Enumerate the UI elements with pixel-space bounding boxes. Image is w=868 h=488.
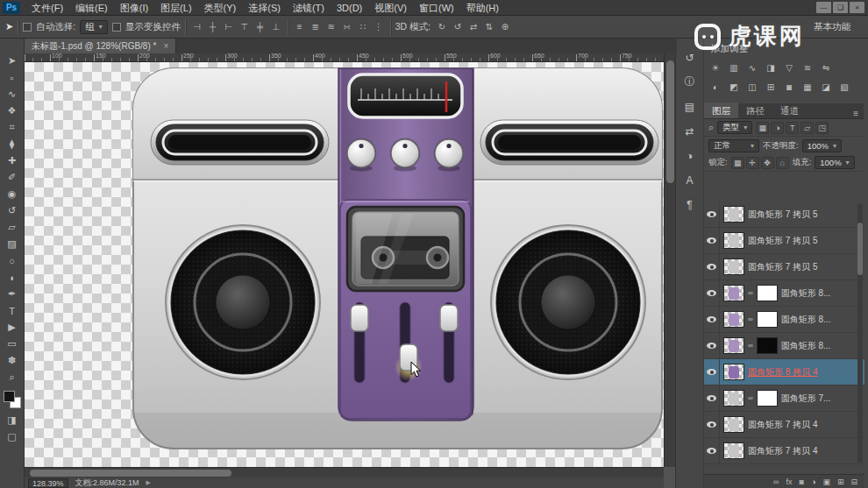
menu-file[interactable]: 文件(F) <box>25 0 69 16</box>
panel-menu-icon[interactable]: ≡ <box>853 109 864 118</box>
adj-color-lookup-icon[interactable]: ⊞ <box>765 81 777 93</box>
adj-invert-icon[interactable]: ◙ <box>783 81 795 93</box>
move-tool[interactable]: ➤ <box>2 53 23 69</box>
blur-tool[interactable]: ○ <box>2 252 23 269</box>
lasso-tool[interactable]: ∿ <box>2 86 23 103</box>
adj-curves-icon[interactable]: ∿ <box>746 61 758 74</box>
dodge-tool[interactable]: ◖ <box>2 269 23 286</box>
layer-row[interactable]: 圆角矩形 7 拷贝 5 <box>704 228 864 254</box>
horizontal-scrollbar[interactable] <box>25 467 664 477</box>
menu-filter[interactable]: 滤镜(T) <box>287 0 331 16</box>
mask-thumbnail[interactable] <box>757 337 778 354</box>
visibility-cell[interactable] <box>704 412 720 437</box>
layer-row[interactable]: ∞圆角矩形 7... <box>704 385 864 412</box>
mask-thumbnail[interactable] <box>757 285 778 301</box>
tab-channels[interactable]: 通道 <box>772 103 807 118</box>
filter-type-icon[interactable]: T <box>786 122 799 134</box>
history-panel-icon[interactable]: ↺ <box>680 49 700 66</box>
vertical-scroll-thumb[interactable] <box>666 60 674 183</box>
menu-image[interactable]: 图像(I) <box>114 0 154 16</box>
menu-layer[interactable]: 图层(L) <box>154 0 197 16</box>
menu-view[interactable]: 视图(V) <box>368 0 413 16</box>
marquee-tool[interactable]: ▫ <box>2 69 23 86</box>
layer-thumbnail[interactable] <box>723 337 744 354</box>
gradient-tool[interactable]: ▨ <box>2 236 23 252</box>
delete-layer-icon[interactable]: ⊟ <box>850 477 857 486</box>
lock-transparency-icon[interactable]: ▦ <box>731 157 744 169</box>
adj-black-white-icon[interactable]: ◐ <box>709 81 722 93</box>
color-swatches[interactable] <box>4 391 21 408</box>
drag-3d-icon[interactable]: ⇄ <box>466 20 480 34</box>
lock-position-icon[interactable]: ✥ <box>761 157 774 169</box>
distribute-left-icon[interactable]: ∺ <box>340 20 354 34</box>
photoshop-logo-icon[interactable]: Ps <box>3 2 20 14</box>
opacity-dropdown[interactable]: 100% ▾ <box>802 139 842 152</box>
visibility-cell[interactable] <box>704 307 720 332</box>
layer-row[interactable]: ∞圆角矩形 8... <box>704 280 864 307</box>
layer-row[interactable]: ∞圆角矩形 8... <box>704 307 864 333</box>
zoom-tool[interactable]: ⌕ <box>2 369 23 385</box>
align-h-centers-icon[interactable]: ┼ <box>206 20 220 34</box>
horizontal-scroll-thumb[interactable] <box>30 470 231 477</box>
align-v-centers-icon[interactable]: ╪ <box>253 20 267 34</box>
distribute-top-icon[interactable]: ≡ <box>293 20 307 34</box>
new-group-icon[interactable]: ▣ <box>822 477 830 486</box>
tab-paths[interactable]: 路径 <box>738 103 772 118</box>
visibility-cell[interactable] <box>704 254 720 279</box>
visibility-cell[interactable] <box>704 385 720 411</box>
link-layers-icon[interactable]: ∞ <box>773 477 779 486</box>
adj-brightness-contrast-icon[interactable]: ☀ <box>709 61 722 74</box>
healing-brush-tool[interactable]: ✚ <box>2 152 23 169</box>
tab-layers[interactable]: 图层 <box>704 103 738 118</box>
visibility-cell[interactable] <box>704 280 720 306</box>
menu-window[interactable]: 窗口(W) <box>413 0 460 16</box>
distribute-h-centers-icon[interactable]: ∷ <box>356 20 370 34</box>
layer-effects-icon[interactable]: fx <box>786 477 793 486</box>
workspace-switcher-button[interactable]: 基本功能 <box>814 21 863 33</box>
screen-mode-icon[interactable]: ▢ <box>2 428 23 445</box>
fill-dropdown[interactable]: 100% ▾ <box>815 156 854 169</box>
quick-selection-tool[interactable]: ❖ <box>2 103 23 119</box>
distribute-v-centers-icon[interactable]: ≣ <box>309 20 323 34</box>
adj-threshold-icon[interactable]: ◪ <box>820 81 832 93</box>
menu-type[interactable]: 类型(Y) <box>198 0 243 16</box>
crop-tool[interactable]: ⌗ <box>2 119 23 136</box>
layer-thumbnail[interactable] <box>723 364 744 380</box>
info-panel-icon[interactable]: ⓘ <box>680 74 700 90</box>
adjustments-panel-icon[interactable]: ◑ <box>680 147 700 164</box>
scale-3d-icon[interactable]: ⊕ <box>498 20 512 34</box>
filter-adjustment-icon[interactable]: ◑ <box>771 122 784 134</box>
layer-row[interactable]: 圆角矩形 7 拷贝 5 <box>704 202 864 228</box>
layer-row[interactable]: ∞圆角矩形 8... <box>704 333 864 359</box>
layer-row[interactable]: 圆角矩形 8 拷贝 4 <box>704 359 864 385</box>
foreground-color-swatch[interactable] <box>4 391 15 402</box>
adj-gradient-map-icon[interactable]: ▧ <box>838 81 850 93</box>
pen-tool[interactable]: ✒ <box>2 286 23 302</box>
menu-edit[interactable]: 编辑(E) <box>69 0 114 16</box>
distribute-right-icon[interactable]: ⋮ <box>372 20 386 34</box>
filter-pixel-icon[interactable]: ▦ <box>756 122 769 134</box>
visibility-cell[interactable] <box>704 333 720 358</box>
layer-row[interactable]: 圆角矩形 7 拷贝 4 <box>704 412 864 438</box>
roll-3d-icon[interactable]: ↺ <box>451 20 465 34</box>
adj-posterize-icon[interactable]: ▦ <box>801 81 814 93</box>
visibility-cell[interactable] <box>704 202 720 227</box>
eyedropper-tool[interactable]: ⧫ <box>2 136 23 152</box>
mask-thumbnail[interactable] <box>757 390 778 407</box>
blend-mode-dropdown[interactable]: 正常 ▾ <box>708 139 759 152</box>
new-layer-icon[interactable]: ⊞ <box>837 477 844 486</box>
adj-channel-mixer-icon[interactable]: ◫ <box>746 81 758 93</box>
mask-thumbnail[interactable] <box>757 311 778 328</box>
adj-color-balance-icon[interactable]: ⇋ <box>820 61 832 74</box>
layer-thumbnail[interactable] <box>723 416 744 433</box>
adj-vibrance-icon[interactable]: ▽ <box>783 61 795 74</box>
menu-threed[interactable]: 3D(D) <box>331 0 368 16</box>
visibility-cell[interactable] <box>704 359 720 385</box>
filter-smart-object-icon[interactable]: ◳ <box>815 122 829 134</box>
shape-tool[interactable]: ▭ <box>2 336 23 352</box>
restore-button[interactable]: ❏ <box>833 2 848 13</box>
close-button[interactable]: × <box>850 2 864 13</box>
adj-photo-filter-icon[interactable]: ◩ <box>728 81 740 93</box>
layer-thumbnail[interactable] <box>723 232 744 249</box>
layer-filter-dropdown[interactable]: 类型 ▾ <box>717 121 752 134</box>
